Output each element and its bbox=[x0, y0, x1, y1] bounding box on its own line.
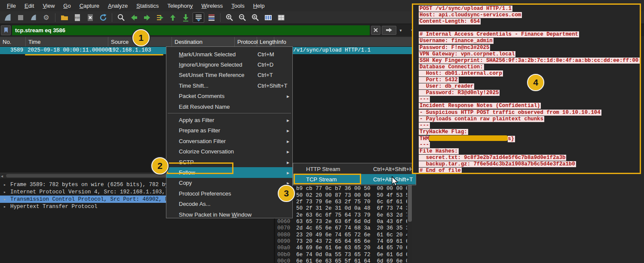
find-packet-button[interactable] bbox=[115, 12, 127, 23]
menubar-item[interactable]: Capture bbox=[75, 3, 104, 9]
zoom-in-icon bbox=[225, 13, 234, 22]
hex-offset: 00c0 bbox=[277, 258, 296, 263]
capture-options-button[interactable]: ⚙ bbox=[40, 12, 52, 23]
hex-bytes: 2d 4c 65 6e 67 74 68 3a 20 36 35 34 bbox=[296, 225, 412, 231]
hex-row[interactable]: 002050 02 20 00 87 73 00 00 50 4f 53 54 bbox=[277, 193, 412, 199]
reload-file-button[interactable] bbox=[97, 12, 109, 23]
hex-row[interactable]: 004050 2f 31 2e 31 0d 0a 48 6f 73 74 3a bbox=[277, 205, 412, 212]
go-back-button[interactable] bbox=[128, 12, 140, 23]
hex-row[interactable]: 00a046 69 6e 61 6e 63 65 20 44 65 70 61 bbox=[277, 245, 412, 251]
detail-row-text: Transmission Control Protocol, Src Port:… bbox=[10, 196, 175, 202]
menubar-item[interactable]: Analyze bbox=[104, 3, 132, 9]
column-header[interactable]: Time bbox=[26, 37, 108, 46]
expand-arrow-icon[interactable] bbox=[3, 197, 10, 202]
filter-clear-button[interactable] bbox=[371, 26, 380, 35]
zoom-reset-button[interactable] bbox=[249, 12, 261, 23]
hex-row[interactable]: 009073 20 43 72 65 64 65 6e 74 69 61 6c bbox=[277, 239, 412, 245]
context-menu-item-shortcut: Ctrl+D bbox=[258, 61, 273, 68]
menubar-item[interactable]: Telephony bbox=[163, 3, 197, 9]
column-header[interactable]: Protocol bbox=[235, 37, 257, 46]
restart-capture-button[interactable] bbox=[28, 12, 39, 23]
context-menu-item[interactable]: Apply as Filter bbox=[166, 115, 292, 125]
reset-layout-button[interactable] bbox=[275, 12, 287, 23]
menubar-item[interactable]: Edit bbox=[20, 3, 38, 9]
hex-offset: 0090 bbox=[277, 239, 296, 245]
auto-scroll-button[interactable] bbox=[193, 12, 204, 23]
menubar-item[interactable]: Tools bbox=[227, 3, 248, 9]
menubar-item[interactable]: Statistics bbox=[132, 3, 163, 9]
column-header[interactable]: Length bbox=[257, 37, 274, 46]
reload-icon bbox=[99, 13, 107, 22]
open-file-button[interactable] bbox=[58, 12, 70, 23]
menubar-item[interactable]: File bbox=[3, 3, 20, 9]
context-menu-item[interactable]: Decode As... bbox=[166, 199, 292, 209]
menubar-item[interactable]: View bbox=[38, 3, 59, 9]
gear-icon: ⚙ bbox=[43, 14, 49, 21]
column-header[interactable]: Destination bbox=[172, 37, 235, 46]
callout-4: 4 bbox=[527, 74, 544, 91]
arrow-left-icon bbox=[130, 13, 138, 22]
submenu-item-label: HTTP Stream bbox=[306, 166, 340, 172]
context-menu-item[interactable]: Packet Comments bbox=[166, 91, 292, 101]
expand-arrow-icon[interactable] bbox=[3, 204, 10, 209]
stream-line: secret.txt: 9c8f3e2b7a1d4e5f6c7b8a9d0e1f… bbox=[419, 155, 640, 161]
column-header[interactable]: No. bbox=[0, 37, 26, 46]
stream-line: backup.tar.gz: 7f6e5d4c3b2a1908a7b6c5d4e… bbox=[419, 161, 640, 168]
magnifier-icon bbox=[117, 13, 126, 22]
colorize-packets-button[interactable] bbox=[205, 12, 217, 23]
context-menu-item[interactable]: Time Shift... Ctrl+Shift+T bbox=[166, 80, 292, 91]
bytes-vscrollbar[interactable] bbox=[407, 178, 412, 263]
context-menu-item[interactable]: Show Packet in New Window bbox=[166, 209, 292, 218]
filter-apply-button[interactable] bbox=[382, 26, 396, 35]
context-menu-item[interactable]: Ignore/Unignore Selected Ctrl+D bbox=[166, 59, 292, 70]
hex-row[interactable]: 00302f 73 79 6e 63 2f 75 70 6c 6f 61 64 bbox=[277, 199, 412, 205]
start-capture-button[interactable] bbox=[2, 12, 13, 23]
vscrollbar-handle[interactable] bbox=[408, 180, 412, 222]
hex-row[interactable]: 0010b9 cb 77 0c b7 36 00 50 00 00 00 00 bbox=[277, 186, 412, 192]
context-menu-item[interactable]: Conversation Filter bbox=[166, 136, 292, 146]
resize-columns-button[interactable] bbox=[262, 12, 274, 23]
column-header[interactable]: Info bbox=[274, 37, 412, 46]
go-to-packet-button[interactable] bbox=[154, 12, 166, 23]
go-first-packet-button[interactable] bbox=[167, 12, 178, 23]
menubar-item[interactable]: Go bbox=[59, 3, 75, 9]
context-menu-item[interactable]: Edit Resolved Name bbox=[166, 101, 292, 112]
close-file-button[interactable] bbox=[84, 12, 96, 23]
stream-line: --- bbox=[419, 142, 640, 148]
stream-line: Host: api.cloudsync-services.com bbox=[419, 12, 640, 18]
flag-redaction-bar bbox=[429, 135, 508, 141]
zoom-out-button[interactable] bbox=[236, 12, 248, 23]
stop-capture-button[interactable] bbox=[15, 12, 26, 23]
menubar-item[interactable]: Help bbox=[249, 3, 269, 9]
zoom-reset-icon bbox=[251, 13, 260, 22]
hex-row[interactable]: 00b06e 74 0d 0a 55 73 65 72 6e 61 6d 65 bbox=[277, 252, 412, 258]
menubar-item[interactable]: Wireless bbox=[197, 3, 227, 9]
save-file-button[interactable]: 010 bbox=[71, 12, 83, 23]
filter-bookmark-button[interactable] bbox=[1, 25, 11, 35]
expand-arrow-icon[interactable] bbox=[3, 182, 10, 187]
go-forward-button[interactable] bbox=[141, 12, 153, 23]
display-filter-value: tcp.stream eq 3586 bbox=[15, 27, 65, 34]
follow-tcp-stream-window: POST /v1/sync/upload HTTP/1.1Host: api.c… bbox=[412, 3, 641, 174]
arrow-right-icon bbox=[143, 13, 151, 22]
hex-row[interactable]: 006063 65 73 2e 63 6f 6d 0d 0a 43 6f 6e bbox=[277, 219, 412, 225]
submenu-item[interactable]: HTTP Stream Ctrl+Alt+Shift+H bbox=[293, 164, 416, 174]
context-menu-item[interactable]: Prepare as Filter bbox=[166, 125, 292, 136]
context-menu-item[interactable]: Set/Unset Time Reference Ctrl+T bbox=[166, 70, 292, 80]
expand-arrow-icon[interactable] bbox=[3, 190, 10, 195]
display-filter-input[interactable]: tcp.stream eq 3586 bbox=[12, 25, 370, 35]
context-menu-item[interactable]: Copy bbox=[166, 178, 292, 188]
hex-row[interactable]: 00c06e 61 6e 63 65 5f 61 64 6d 69 6e 0d bbox=[277, 258, 412, 263]
hex-row[interactable]: 008023 20 49 6e 74 65 72 6e 61 6c 20 41 bbox=[277, 232, 412, 239]
hex-row[interactable]: 00702d 4c 65 6e 67 74 68 3a 20 36 35 34 bbox=[277, 225, 412, 232]
context-menu-item-shortcut: Ctrl+T bbox=[258, 72, 273, 78]
hex-row[interactable]: 00502e 63 6c 6f 75 64 73 79 6e 63 2d 73 bbox=[277, 212, 412, 219]
colorize-icon bbox=[207, 13, 216, 22]
context-menu-item[interactable]: Mark/Unmark Selected Ctrl+M bbox=[166, 49, 292, 59]
context-menu-item[interactable]: Protocol Preferences bbox=[166, 188, 292, 199]
go-last-packet-button[interactable] bbox=[180, 12, 191, 23]
context-menu-item[interactable]: Colorize Conversation bbox=[166, 147, 292, 157]
filter-history-chevron[interactable]: ▾ bbox=[398, 28, 404, 33]
zoom-in-button[interactable] bbox=[224, 12, 235, 23]
toolbar-separator bbox=[112, 13, 112, 22]
